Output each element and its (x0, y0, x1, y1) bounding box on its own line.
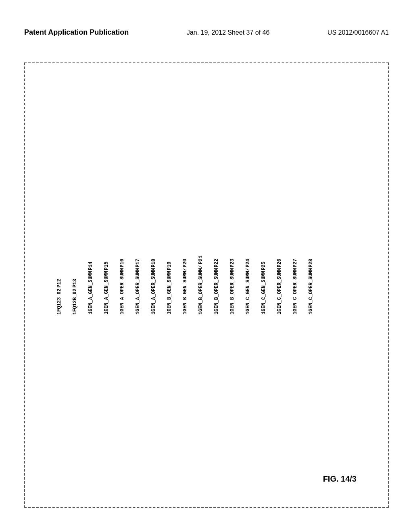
table-row: P191GEN_B_GEN_SUMM (167, 262, 172, 315)
publication-title: Patent Application Publication (24, 28, 129, 37)
row-index: P14 (88, 262, 94, 270)
row-value: 1GEN_B_GEN_SUMM (167, 271, 172, 314)
row-value: 1GEN_A_GEN_SUMM (104, 271, 109, 314)
row-index: P16 (119, 259, 125, 268)
row-index: P22 (214, 259, 219, 268)
row-index: P26 (277, 259, 282, 268)
row-value: 1GEN_A_OPER_SUMM (119, 268, 125, 314)
row-value: 1GEN_B_OPER_SUMM/ (198, 265, 204, 314)
row-index: P27 (292, 259, 298, 268)
row-index: P17 (135, 259, 141, 268)
main-content-area: P121FQ123_02P131FQ12B_02P141GEN_A_GEN_SU… (24, 62, 389, 508)
row-value: 1GEN_C_OPER_SUMM (308, 268, 314, 314)
table-row: P181GEN_A_OPER_SUMM (151, 259, 156, 315)
data-table: P121FQ123_02P131FQ12B_02P141GEN_A_GEN_SU… (56, 256, 314, 314)
row-value: 1GEN_C_OPER_SUMM (277, 268, 282, 314)
row-index: P19 (167, 262, 172, 270)
table-row: P121FQ123_02 (56, 279, 62, 314)
row-value: 1GEN_C_GEN_SUMM/ (245, 268, 251, 314)
publication-number: US 2012/0016607 A1 (327, 29, 389, 36)
publication-date-sheet: Jan. 19, 2012 Sheet 37 of 46 (187, 29, 270, 36)
table-row: P261GEN_C_OPER_SUMM (277, 259, 282, 315)
table-row: P231GEN_B_OPER_SUMM (229, 259, 235, 315)
figure-label: FIG. 14/3 (323, 474, 357, 484)
table-row: P281GEN_C_OPER_SUMM (308, 259, 314, 315)
row-index: P13 (72, 279, 78, 288)
row-index: P25 (261, 262, 267, 270)
table-row: P141GEN_A_GEN_SUMM (88, 262, 94, 315)
table-row: P161GEN_A_OPER_SUMM (119, 259, 125, 315)
row-value: 1GEN_B_OPER_SUMM (229, 268, 235, 314)
row-index: P24 (245, 259, 251, 268)
table-row: P201GEN_B_GEN_SUMM/ (182, 259, 188, 315)
table-row: P271GEN_C_OPER_SUMM (292, 259, 298, 315)
row-index: P20 (182, 259, 188, 268)
page-header: Patent Application Publication Jan. 19, … (0, 28, 413, 37)
row-value: 1GEN_A_OPER_SUMM (151, 268, 156, 314)
row-value: 1FQ123_02 (56, 289, 62, 315)
row-value: 1FQ12B_02 (72, 289, 78, 315)
row-index: P18 (151, 259, 156, 268)
row-index: P23 (229, 259, 235, 268)
row-value: 1GEN_B_GEN_SUMM/ (182, 268, 188, 314)
table-row: P171GEN_A_OPER_SUMM (135, 259, 141, 315)
table-row: P151GEN_A_GEN_SUMM (104, 262, 109, 315)
row-value: 1GEN_B_OPER_SUMM (214, 268, 219, 314)
row-index: P12 (56, 279, 62, 288)
row-value: 1GEN_A_OPER_SUMM (135, 268, 141, 314)
row-index: P21 (198, 256, 204, 264)
table-row: P251GEN_C_GEN_SUMM (261, 262, 267, 315)
table-row: P131FQ12B_02 (72, 279, 78, 314)
row-value: 1GEN_A_GEN_SUMM (88, 271, 94, 314)
row-index: P28 (308, 259, 314, 268)
row-index: P15 (104, 262, 109, 270)
table-row: P211GEN_B_OPER_SUMM/ (198, 256, 204, 314)
data-content-area: P121FQ123_02P131FQ12B_02P141GEN_A_GEN_SU… (24, 95, 389, 476)
row-value: 1GEN_C_GEN_SUMM (261, 271, 267, 314)
table-row: P241GEN_C_GEN_SUMM/ (245, 259, 251, 315)
table-row: P221GEN_B_OPER_SUMM (214, 259, 219, 315)
row-value: 1GEN_C_OPER_SUMM (292, 268, 298, 314)
